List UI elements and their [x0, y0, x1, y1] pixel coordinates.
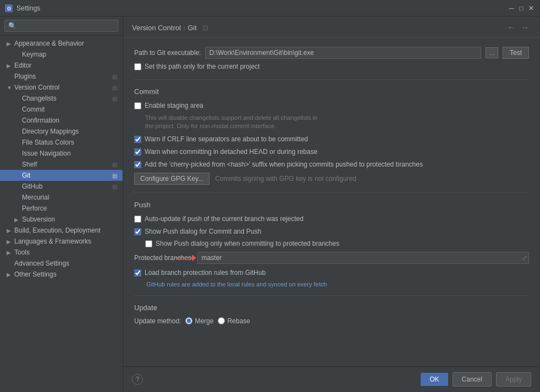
- window-controls: ─ □ ✕: [507, 4, 536, 13]
- warn-crlf-label: Warn if CRLF line separators are about t…: [145, 135, 308, 144]
- push-divider: [134, 192, 529, 193]
- merge-radio[interactable]: [185, 317, 192, 324]
- configure-gpg-button[interactable]: Configure GPG Key...: [134, 173, 210, 185]
- path-label: Path to Git executable:: [134, 49, 201, 57]
- maximize-button[interactable]: □: [517, 4, 526, 13]
- sidebar: ▶ Appearance & Behavior Keymap ▶ Editor …: [0, 16, 123, 392]
- sidebar-item-label: Mercurial: [22, 194, 118, 201]
- enable-staging-checkbox[interactable]: [134, 102, 141, 109]
- sidebar-item-label: Build, Execution, Deployment: [14, 227, 118, 234]
- sidebar-item-editor[interactable]: ▶ Editor: [0, 60, 123, 71]
- breadcrumb-part1: Version Control: [132, 24, 181, 32]
- sidebar-item-perforce[interactable]: Perforce: [0, 203, 123, 214]
- auto-update-row: Auto-update if push of the current branc…: [134, 214, 529, 224]
- arrow-icon: ▼: [7, 85, 14, 91]
- gpg-status: Commits signing with GPG key is not conf…: [215, 175, 356, 183]
- minimize-button[interactable]: ─: [507, 4, 516, 13]
- arrow-head: [192, 255, 196, 261]
- warn-detached-label: Warn when committing in detached HEAD or…: [145, 147, 317, 157]
- window-title: Settings: [16, 4, 507, 12]
- dialog-footer: ? OK Cancel Apply: [123, 366, 540, 392]
- sidebar-item-languages[interactable]: ▶ Languages & Frameworks: [0, 236, 123, 247]
- merge-option: Merge: [185, 317, 213, 325]
- sidebar-item-label: Keymap: [22, 51, 118, 58]
- show-push-only-label: Show Push dialog only when committing to…: [156, 239, 339, 249]
- back-button[interactable]: ←: [505, 22, 517, 33]
- protected-branches-row: Protected branches: ⤢: [134, 252, 529, 264]
- rebase-label[interactable]: Rebase: [227, 317, 250, 325]
- sidebar-item-changelists[interactable]: Changelists ▤: [0, 93, 123, 104]
- settings-icon: ▤: [111, 95, 118, 102]
- add-cherry-checkbox[interactable]: [134, 161, 141, 168]
- forward-button[interactable]: →: [519, 22, 531, 33]
- sidebar-item-label: Changelists: [22, 95, 108, 102]
- ok-button[interactable]: OK: [421, 373, 448, 386]
- show-push-dialog-checkbox[interactable]: [134, 228, 141, 235]
- sidebar-item-label: GitHub: [22, 183, 108, 190]
- arrow-icon: ▶: [7, 63, 14, 69]
- warn-crlf-checkbox[interactable]: [134, 136, 141, 143]
- arrow-indicator: [175, 255, 196, 261]
- sidebar-item-commit[interactable]: Commit: [0, 104, 123, 115]
- rebase-radio[interactable]: [218, 317, 225, 324]
- show-push-only-checkbox[interactable]: [145, 240, 152, 247]
- merge-label[interactable]: Merge: [195, 317, 213, 325]
- sidebar-item-git[interactable]: Git ▤: [0, 170, 123, 181]
- sidebar-item-version-control[interactable]: ▼ Version Control ▤: [0, 82, 123, 93]
- breadcrumb-part2: Git: [188, 24, 197, 32]
- search-input[interactable]: [4, 20, 118, 32]
- sidebar-item-label: Plugins: [14, 73, 108, 80]
- sidebar-item-label: Directory Mappings: [22, 128, 118, 135]
- cancel-button[interactable]: Cancel: [453, 372, 492, 387]
- page-icon: ⊡: [202, 24, 208, 32]
- sidebar-item-mercurial[interactable]: Mercurial: [0, 192, 123, 203]
- sidebar-item-appearance[interactable]: ▶ Appearance & Behavior: [0, 38, 123, 49]
- sidebar-item-label: Issue Navigation: [22, 150, 118, 157]
- sidebar-item-subversion[interactable]: ▶ Subversion: [0, 214, 123, 225]
- auto-update-checkbox[interactable]: [134, 216, 141, 223]
- staging-note: This will disable changelists support an…: [145, 114, 529, 131]
- push-section-title: Push: [134, 201, 529, 209]
- help-button[interactable]: ?: [132, 374, 143, 385]
- sidebar-search-area: [0, 16, 123, 36]
- sidebar-item-plugins[interactable]: Plugins ▤: [0, 71, 123, 82]
- app-icon: ⚙: [4, 4, 13, 13]
- sidebar-item-directory-mappings[interactable]: Directory Mappings: [0, 126, 123, 137]
- sidebar-item-tools[interactable]: ▶ Tools: [0, 247, 123, 258]
- load-protection-checkbox[interactable]: [134, 269, 141, 277]
- test-button[interactable]: Test: [503, 47, 529, 59]
- sidebar-item-label: Advanced Settings: [14, 260, 118, 267]
- sidebar-item-file-status-colors[interactable]: File Status Colors: [0, 137, 123, 148]
- git-path-input[interactable]: [205, 47, 481, 59]
- path-only-checkbox[interactable]: [134, 63, 141, 70]
- sidebar-item-confirmation[interactable]: Confirmation: [0, 115, 123, 126]
- add-cherry-label: Add the 'cherry-picked from <hash>' suff…: [145, 160, 423, 169]
- sidebar-item-label: Editor: [14, 62, 118, 69]
- path-only-current-project-row: Set this path only for the current proje…: [134, 62, 529, 71]
- git-path-row: Path to Git executable: ... Test: [134, 47, 529, 59]
- warn-detached-checkbox[interactable]: [134, 148, 141, 156]
- apply-button[interactable]: Apply: [496, 372, 531, 387]
- sidebar-item-keymap[interactable]: Keymap: [0, 49, 123, 60]
- add-cherry-row: Add the 'cherry-picked from <hash>' suff…: [134, 160, 529, 169]
- sidebar-item-other-settings[interactable]: ▶ Other Settings: [0, 269, 123, 280]
- breadcrumb: Version Control › Git ⊡: [132, 24, 500, 32]
- show-push-dialog-row: Show Push dialog for Commit and Push: [134, 227, 529, 236]
- browse-button[interactable]: ...: [486, 47, 498, 58]
- content-body: Path to Git executable: ... Test Set thi…: [123, 38, 540, 366]
- enable-staging-row: Enable staging area: [134, 101, 529, 111]
- protected-branches-input[interactable]: [197, 252, 529, 264]
- sidebar-item-build-exec[interactable]: ▶ Build, Execution, Deployment: [0, 225, 123, 236]
- sidebar-item-label: Other Settings: [14, 270, 118, 278]
- sidebar-item-issue-navigation[interactable]: Issue Navigation: [0, 148, 123, 159]
- arrow-icon: ▶: [7, 272, 14, 278]
- path-only-label: Set this path only for the current proje…: [145, 62, 260, 71]
- sidebar-item-github[interactable]: GitHub ▤: [0, 181, 123, 192]
- sidebar-item-advanced-settings[interactable]: Advanced Settings: [0, 258, 123, 269]
- gpg-row: Configure GPG Key... Commits signing wit…: [134, 173, 529, 185]
- settings-icon: ▤: [111, 84, 118, 91]
- close-button[interactable]: ✕: [527, 4, 536, 13]
- sidebar-item-label: Commit: [22, 106, 118, 113]
- sidebar-item-label: Shelf: [22, 161, 108, 168]
- sidebar-item-shelf[interactable]: Shelf ▤: [0, 159, 123, 170]
